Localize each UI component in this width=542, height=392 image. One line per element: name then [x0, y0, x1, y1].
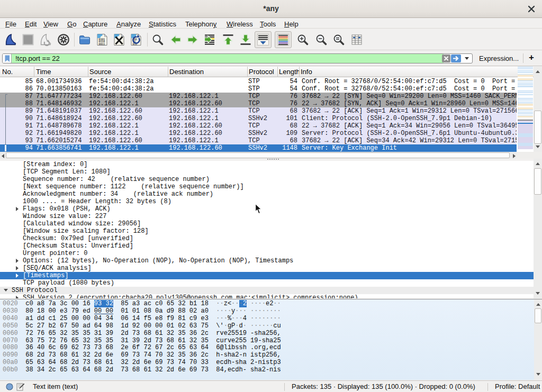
- svg-text:0011: 0011: [99, 43, 105, 45]
